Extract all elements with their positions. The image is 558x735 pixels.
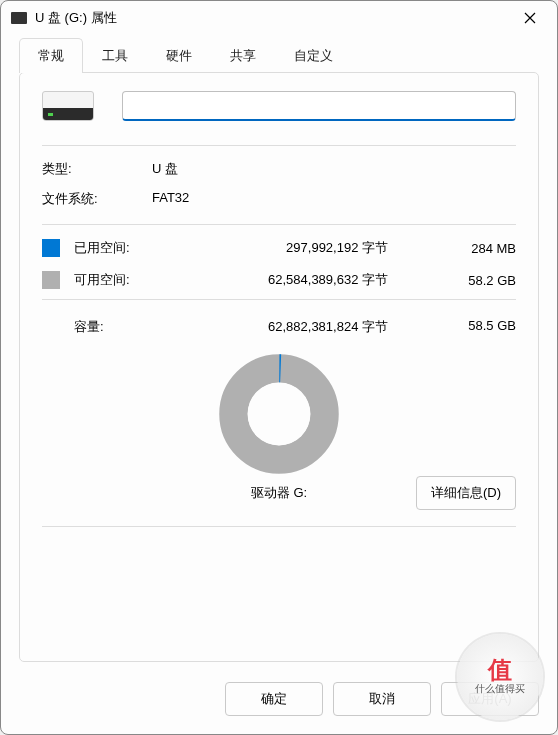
general-panel: 类型: U 盘 文件系统: FAT32 已用空间: 297,992,192 字节…: [19, 72, 539, 662]
capacity-label: 容量:: [74, 318, 164, 336]
used-label: 已用空间:: [74, 239, 164, 257]
free-label: 可用空间:: [74, 271, 164, 289]
free-swatch: [42, 271, 60, 289]
used-bytes: 297,992,192 字节: [172, 239, 418, 257]
usage-chart: [42, 354, 516, 474]
pie-chart-icon: [219, 354, 339, 474]
close-icon: [524, 12, 536, 24]
titlebar: U 盘 (G:) 属性: [1, 1, 557, 35]
tab-strip: 常规 工具 硬件 共享 自定义: [1, 35, 557, 72]
details-button[interactable]: 详细信息(D): [416, 476, 516, 510]
separator: [42, 224, 516, 225]
free-bytes: 62,584,389,632 字节: [172, 271, 418, 289]
window-title: U 盘 (G:) 属性: [35, 9, 507, 27]
drive-label-row: 驱动器 G: 详细信息(D): [42, 484, 516, 502]
ok-button[interactable]: 确定: [225, 682, 323, 716]
separator: [42, 526, 516, 527]
tab-general[interactable]: 常规: [19, 38, 83, 73]
free-human: 58.2 GB: [426, 273, 516, 288]
tab-sharing[interactable]: 共享: [211, 38, 275, 73]
type-label: 类型:: [42, 160, 152, 178]
used-human: 284 MB: [426, 241, 516, 256]
tab-customize[interactable]: 自定义: [275, 38, 352, 73]
volume-header: [42, 91, 516, 121]
separator: [42, 299, 516, 300]
drive-icon: [11, 12, 27, 24]
drive-label: 驱动器 G:: [251, 484, 307, 502]
dialog-footer: 确定 取消 应用(A): [1, 674, 557, 734]
close-button[interactable]: [507, 3, 553, 33]
volume-info: 类型: U 盘 文件系统: FAT32: [42, 160, 516, 208]
properties-window: U 盘 (G:) 属性 常规 工具 硬件 共享 自定义 类型: U 盘 文件系统…: [0, 0, 558, 735]
separator: [42, 145, 516, 146]
drive-icon-large: [42, 91, 94, 121]
tab-tools[interactable]: 工具: [83, 38, 147, 73]
svg-point-2: [248, 383, 311, 446]
capacity-bytes: 62,882,381,824 字节: [172, 318, 418, 336]
filesystem-value: FAT32: [152, 190, 516, 208]
capacity-human: 58.5 GB: [426, 318, 516, 336]
space-grid: 已用空间: 297,992,192 字节 284 MB 可用空间: 62,584…: [42, 239, 516, 289]
apply-button[interactable]: 应用(A): [441, 682, 539, 716]
filesystem-label: 文件系统:: [42, 190, 152, 208]
capacity-row: 容量: 62,882,381,824 字节 58.5 GB: [42, 318, 516, 336]
used-swatch: [42, 239, 60, 257]
volume-name-input[interactable]: [122, 91, 516, 121]
cancel-button[interactable]: 取消: [333, 682, 431, 716]
tab-hardware[interactable]: 硬件: [147, 38, 211, 73]
type-value: U 盘: [152, 160, 516, 178]
